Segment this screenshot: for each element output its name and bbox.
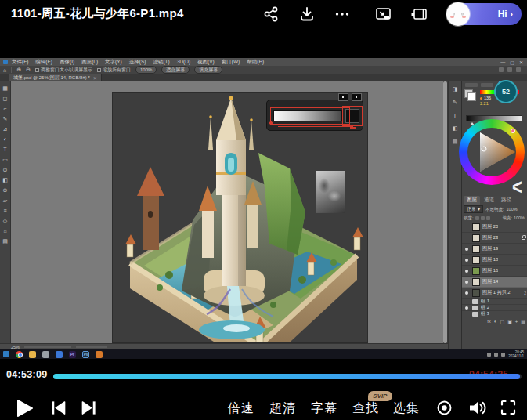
layer-thumbnail bbox=[472, 312, 478, 317]
ps-right-panels: AI 136 2.21 52 bbox=[461, 81, 527, 353]
more-icon[interactable] bbox=[334, 5, 351, 23]
ps-panel-icon: ▤ bbox=[453, 139, 458, 145]
ps-panel-icon: ✎ bbox=[453, 100, 457, 106]
eye-icon bbox=[464, 270, 470, 273]
channels-tab: 通道 bbox=[481, 196, 497, 205]
download-icon[interactable] bbox=[298, 5, 316, 23]
app-icon bbox=[42, 351, 49, 358]
zoom-out-icon: ⊖ bbox=[26, 67, 31, 73]
quality-button[interactable]: 超清 bbox=[267, 400, 298, 417]
red-annotation-mark bbox=[350, 127, 356, 129]
ps-menu-item: 编辑(E) bbox=[35, 59, 52, 66]
opacity-value: 100% bbox=[507, 207, 518, 212]
share-icon[interactable] bbox=[262, 5, 280, 23]
ps-options-bar: ⌂ ⊕ ⊖ 调整窗口大小以满屏显示 缩放所有窗口 100% 适合屏幕 填充屏幕 bbox=[0, 66, 527, 74]
layers-panel-button-icon: ▣ bbox=[507, 319, 512, 326]
resize-window-checkbox: 调整窗口大小以满屏显示 bbox=[35, 67, 92, 74]
ps-layer-row: 图层 14 bbox=[462, 277, 527, 288]
previous-episode-button[interactable] bbox=[50, 400, 67, 416]
premiere-icon: Pr bbox=[69, 351, 76, 358]
ps-tool-icon: ⊿ bbox=[3, 124, 8, 134]
ps-status-bar: 25% bbox=[0, 343, 448, 349]
hue-selector-icon bbox=[511, 129, 515, 133]
layers-panel-button-icon: ⌒ bbox=[479, 319, 484, 326]
vip-avatar-button[interactable]: Hi › bbox=[449, 3, 522, 25]
layers-panel-button-icon: ◐ bbox=[494, 319, 497, 326]
app-icon bbox=[96, 351, 103, 358]
zoom-in-icon: ⊕ bbox=[16, 67, 21, 73]
ps-document-tab: 城堡.psd @ 25%(图层 14, RGB/8#) * ✕ bbox=[9, 74, 102, 81]
layer-thumbnail bbox=[472, 267, 480, 275]
ps-menu-item: 帮助(H) bbox=[247, 59, 264, 66]
workspace-icons bbox=[499, 67, 527, 72]
find-button[interactable]: 查找 bbox=[350, 400, 381, 417]
topbar-divider bbox=[363, 9, 363, 20]
foreground-color-swatch bbox=[467, 92, 476, 101]
ps-tab-bar: 城堡.psd @ 25%(图层 14, RGB/8#) * ✕ bbox=[0, 74, 527, 81]
progress-bar[interactable] bbox=[53, 374, 522, 379]
zoom-100-button: 100% bbox=[135, 66, 157, 74]
close-icon: ✕ bbox=[519, 60, 523, 65]
ps-layer-row: 组 1 bbox=[462, 299, 527, 305]
layer-thumbnail bbox=[472, 234, 480, 242]
ps-tool-icon: ⌂ bbox=[3, 226, 6, 236]
playback-speed-button[interactable]: 倍速 bbox=[226, 400, 257, 417]
zoom-level: 25% bbox=[11, 345, 20, 349]
value-gradient-widget bbox=[266, 100, 363, 131]
subtitles-button[interactable]: 字幕 bbox=[309, 400, 340, 417]
layers-panel-button-icon: + bbox=[515, 319, 518, 326]
ps-tool-icon: ▦ bbox=[2, 83, 8, 93]
ps-toolbar: ▦◻⌐✎⊿◐T▭⊙◧⊕▱≡◇⌂▤ bbox=[0, 81, 11, 353]
eye-icon bbox=[464, 291, 470, 295]
ps-layer-row: 图层 20 bbox=[462, 222, 527, 233]
lock-position-icon bbox=[486, 216, 490, 220]
red-annotation-box bbox=[270, 107, 350, 125]
layers-panel-button-icon: fx bbox=[487, 319, 491, 326]
episodes-button[interactable]: 选集 bbox=[391, 400, 422, 417]
layer-thumbnail bbox=[472, 223, 480, 231]
progress-fill bbox=[53, 374, 520, 379]
red-annotation-box bbox=[342, 106, 363, 126]
screencast-record-button[interactable] bbox=[435, 399, 453, 417]
ps-tool-icon: ▤ bbox=[2, 236, 8, 246]
layers-panel-buttons: ⌒fx◐▢▣+▤ bbox=[462, 317, 527, 326]
volume-button[interactable] bbox=[467, 398, 487, 418]
player-topbar: 1101-周五-花儿与少年6-P1.mp4 bbox=[0, 0, 527, 28]
video-frame-photoshop-desktop: 文件(F)编辑(E)图像(I)图层(L)文字(Y)选择(S)滤镜(T)3D(D)… bbox=[0, 58, 527, 359]
layer-thumbnail bbox=[472, 306, 478, 310]
ps-layer-row: 图层 1 拷贝 2 2 bbox=[462, 288, 527, 299]
ps-tool-icon: ◇ bbox=[3, 215, 7, 226]
video-surface[interactable]: 文件(F)编辑(E)图像(I)图层(L)文字(Y)选择(S)滤镜(T)3D(D)… bbox=[0, 28, 527, 368]
ps-tool-icon: ⌐ bbox=[3, 103, 6, 114]
ps-layers-panel: 图层 通道 路径 正常 ▾ 不透明度: 100% 锁定: bbox=[462, 196, 527, 353]
tray-icon bbox=[494, 353, 498, 357]
windows-taskbar: Pr Ps 20:45 2024/11/1 bbox=[0, 349, 527, 359]
control-bar: 倍速 超清 字幕 查找 SVIP 选集 bbox=[0, 392, 527, 420]
color-value-1: 136 bbox=[480, 96, 491, 100]
paths-tab: 路径 bbox=[498, 196, 514, 205]
svip-badge: SVIP bbox=[368, 391, 392, 401]
picture-in-picture-icon[interactable] bbox=[374, 5, 393, 23]
color-value-2: 2.21 bbox=[480, 101, 489, 106]
layer-thumbnail bbox=[472, 245, 480, 253]
ai-progress-badge: 52 bbox=[494, 80, 518, 103]
ps-layer-row: 图层 19 bbox=[462, 244, 527, 255]
fill-screen-button: 填充屏幕 bbox=[194, 66, 222, 74]
ps-canvas-pasteboard bbox=[11, 81, 443, 343]
photoshop-icon: Ps bbox=[82, 351, 89, 358]
layer-thumbnail bbox=[472, 256, 480, 264]
fill-value: 100% bbox=[514, 215, 526, 220]
play-button[interactable] bbox=[16, 398, 34, 418]
ps-menu-item: 选择(S) bbox=[129, 59, 146, 66]
eye-icon bbox=[464, 259, 470, 262]
ps-menu-items: 文件(F)编辑(E)图像(I)图层(L)文字(Y)选择(S)滤镜(T)3D(D)… bbox=[12, 59, 264, 66]
video-title: 1101-周五-花儿与少年6-P1.mp4 bbox=[11, 6, 184, 21]
fullscreen-button[interactable] bbox=[500, 399, 517, 416]
next-episode-button[interactable] bbox=[81, 400, 97, 416]
options-divider bbox=[11, 67, 12, 73]
lock-pixels-icon bbox=[481, 216, 485, 220]
ps-menu-item: 文字(Y) bbox=[105, 59, 122, 66]
dock-window-icon[interactable] bbox=[410, 5, 429, 23]
layer-thumbnail bbox=[472, 278, 480, 286]
ps-menu-item: 滤镜(T) bbox=[153, 59, 169, 66]
